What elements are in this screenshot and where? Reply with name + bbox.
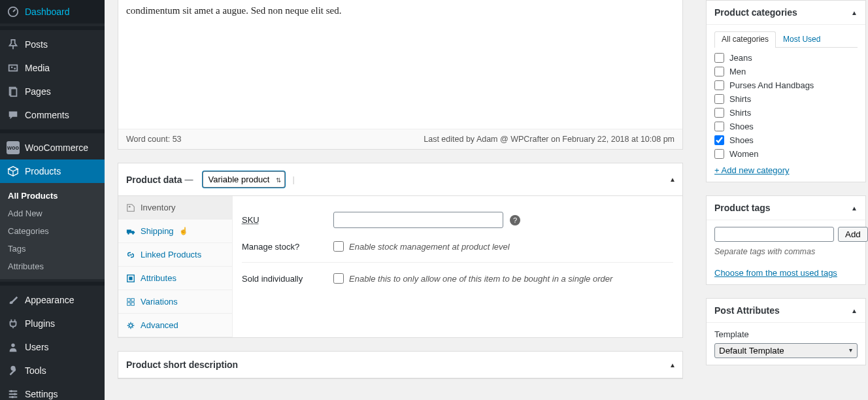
svg-point-2 [11, 67, 13, 69]
svg-rect-21 [131, 298, 134, 301]
category-checkbox[interactable] [714, 94, 724, 104]
panel-toggle-icon[interactable]: ▲ [669, 176, 676, 183]
sidebar-item-plugins[interactable]: Plugins [0, 312, 105, 335]
link-icon [126, 250, 135, 259]
product-tags-box: Product tags ▲ Add Separate tags with co… [706, 195, 866, 285]
category-item[interactable]: Shoes [714, 135, 858, 145]
help-icon[interactable]: ? [510, 215, 520, 225]
metabox-toggle-icon[interactable]: ▲ [851, 9, 858, 16]
submenu-categories[interactable]: Categories [0, 222, 105, 240]
svg-rect-5 [10, 89, 16, 97]
metabox-toggle-icon[interactable]: ▲ [851, 205, 858, 212]
tab-variations[interactable]: Variations [118, 290, 232, 314]
category-label: Shoes [729, 122, 754, 131]
sidebar-item-woocommerce[interactable]: woo WooCommerce [0, 136, 105, 159]
submenu-attributes[interactable]: Attributes [0, 258, 105, 275]
tags-title: Product tags ▲ [707, 196, 865, 220]
truck-icon [126, 227, 135, 236]
sidebar-item-posts[interactable]: Posts [0, 33, 105, 56]
tab-shipping[interactable]: Shipping ☝ [118, 220, 232, 243]
category-checkbox[interactable] [714, 122, 724, 131]
submenu-all-products[interactable]: All Products [0, 187, 105, 205]
panel-toggle-icon[interactable]: ▲ [669, 361, 676, 369]
categories-title: Product categories ▲ [707, 1, 865, 25]
svg-point-7 [10, 390, 13, 393]
category-checkbox[interactable] [714, 149, 724, 159]
sidebar-item-tools[interactable]: Tools [0, 359, 105, 382]
category-item[interactable]: Shirts [714, 108, 858, 118]
template-select[interactable]: Default Template [714, 343, 858, 358]
category-label: Jeans [729, 53, 752, 63]
category-item[interactable]: Purses And Handbags [714, 80, 858, 90]
metabox-toggle-icon[interactable]: ▲ [851, 307, 858, 314]
svg-rect-20 [127, 298, 130, 301]
choose-used-tags-link[interactable]: Choose from the most used tags [714, 268, 837, 278]
sold-individually-desc: Enable this to only allow one of this it… [349, 274, 612, 284]
sidebar-item-settings[interactable]: Settings [0, 382, 105, 400]
tab-label: Shipping [141, 226, 174, 236]
tab-inventory[interactable]: Inventory [118, 196, 232, 220]
woocommerce-icon: woo [7, 141, 20, 154]
sidebar-item-dashboard[interactable]: Dashboard [0, 0, 105, 24]
manage-stock-checkbox[interactable] [333, 241, 344, 252]
sidebar-item-media[interactable]: Media [0, 56, 105, 80]
category-checkbox[interactable] [714, 67, 724, 76]
product-data-tabs: Inventory Shipping ☝ Linked Products Att… [118, 196, 233, 337]
sidebar-label: Settings [25, 389, 58, 399]
category-item[interactable]: Men [714, 67, 858, 76]
category-item[interactable]: Jeans [714, 53, 858, 63]
sidebar-item-pages[interactable]: Pages [0, 80, 105, 103]
tab-attributes[interactable]: Attributes [118, 267, 232, 290]
tab-all-categories[interactable]: All categories [714, 31, 776, 48]
sidebar-item-comments[interactable]: Comments [0, 103, 105, 127]
tab-label: Inventory [141, 203, 175, 212]
admin-sidebar: Dashboard Posts Media Pages Comments woo… [0, 0, 105, 400]
tab-label: Attributes [141, 273, 176, 283]
tag-input[interactable] [714, 227, 834, 242]
sidebar-item-products[interactable]: Products [0, 159, 105, 183]
short-description-title: Product short description [126, 359, 238, 370]
short-description-panel: Product short description ▲ [118, 351, 683, 379]
tab-linked-products[interactable]: Linked Products [118, 243, 232, 267]
sidebar-item-users[interactable]: Users [0, 335, 105, 359]
category-label: Purses And Handbags [729, 80, 814, 90]
tab-label: Advanced [141, 320, 178, 330]
dash-text: — [185, 175, 193, 184]
svg-rect-23 [131, 302, 134, 305]
category-item[interactable]: Women [714, 149, 858, 159]
product-data-header: Product data — Variable product | ▲ [118, 163, 682, 196]
category-checkbox[interactable] [714, 80, 724, 90]
word-count: Word count: 53 [126, 135, 182, 144]
submenu-add-new[interactable]: Add New [0, 205, 105, 222]
sold-individually-checkbox[interactable] [333, 273, 344, 284]
inventory-icon [126, 203, 135, 212]
sidebar-right: Product categories ▲ All categories Most… [706, 0, 866, 400]
svg-point-14 [129, 205, 131, 207]
content-editor[interactable]: condimentum sit amet a augue. Sed non ne… [118, 0, 682, 129]
editor-status-bar: Word count: 53 Last edited by Adam @ WPC… [118, 129, 682, 149]
sidebar-item-appearance[interactable]: Appearance [0, 288, 105, 312]
submenu-tags[interactable]: Tags [0, 240, 105, 258]
add-new-category-link[interactable]: + Add new category [714, 165, 790, 175]
sidebar-label: Media [25, 63, 50, 73]
post-attributes-title: Post Attributes ▲ [707, 299, 865, 323]
category-item[interactable]: Shoes [714, 122, 858, 131]
tab-most-used[interactable]: Most Used [776, 31, 827, 48]
category-checkbox[interactable] [714, 53, 724, 63]
category-checkbox[interactable] [714, 108, 724, 118]
category-item[interactable]: Shirts [714, 94, 858, 104]
category-label: Men [729, 67, 746, 76]
category-checkbox[interactable] [714, 135, 724, 145]
attributes-icon [126, 274, 135, 283]
add-tag-button[interactable]: Add [838, 227, 868, 242]
sidebar-label: WooCommerce [25, 142, 88, 153]
pipe-divider: | [293, 175, 295, 184]
sold-individually-label: Sold individually [242, 274, 333, 284]
sku-input[interactable] [333, 212, 503, 228]
sidebar-label: Users [25, 342, 49, 352]
tab-advanced[interactable]: Advanced [118, 314, 232, 337]
product-categories-box: Product categories ▲ All categories Most… [706, 0, 866, 182]
product-type-select[interactable]: Variable product [203, 171, 285, 188]
svg-point-9 [11, 396, 14, 399]
svg-point-8 [14, 393, 16, 395]
